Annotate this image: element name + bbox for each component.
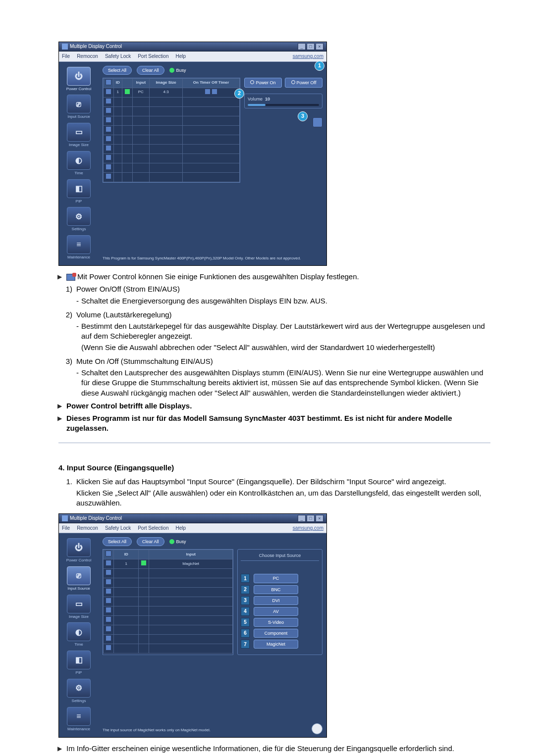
marker-3: 3 — [298, 111, 308, 121]
menu-bar: File Remocon Safety Lock Port Selection … — [59, 523, 326, 534]
table-row — [104, 116, 240, 125]
sidebar-item-power-control[interactable]: ⏻Power Control — [63, 538, 94, 563]
maximize-button[interactable]: □ — [307, 43, 315, 50]
checkbox-header[interactable] — [106, 79, 111, 85]
select-all-button[interactable]: Select All — [103, 66, 132, 75]
table-row — [104, 635, 233, 644]
table-row — [104, 144, 240, 153]
maximize-button[interactable]: □ — [307, 515, 315, 522]
source-svideo[interactable]: 5S-Video — [241, 618, 319, 627]
samsung-link[interactable]: samsung.com — [293, 53, 323, 60]
table-row — [104, 616, 233, 625]
table-row — [104, 135, 240, 144]
table-row — [104, 106, 240, 116]
sidebar-item-settings[interactable]: ⚙Settings — [63, 207, 94, 232]
source-pc[interactable]: 1PC — [241, 574, 319, 583]
table-row[interactable]: 1 MagicNet — [104, 559, 233, 569]
control-panel: Power On Power Off Volume 10 1 2 3 — [244, 78, 322, 183]
mute-button[interactable] — [313, 117, 322, 127]
sidebar-item-pip[interactable]: ◧PIP — [63, 651, 94, 676]
window-title: Multiple Display Control — [70, 515, 122, 522]
sidebar-item-image-size[interactable]: ▭Image Size — [63, 595, 94, 620]
sidebar-item-pip[interactable]: ◧PIP — [63, 179, 94, 204]
volume-slider[interactable] — [248, 104, 319, 106]
display-grid: ID Input Image Size On Timer Off Timer 1 — [103, 78, 240, 183]
menu-help[interactable]: Help — [175, 525, 186, 532]
app-icon — [62, 44, 68, 50]
sidebar-item-power-control[interactable]: ⏻Power Control — [63, 67, 94, 92]
sidebar-item-image-size[interactable]: ▭Image Size — [63, 123, 94, 148]
app-icon — [62, 515, 68, 521]
menu-bar: File Remocon Safety Lock Port Selection … — [59, 51, 326, 62]
busy-indicator: Busy — [169, 539, 186, 545]
clear-all-button[interactable]: Clear All — [137, 66, 164, 75]
source-magicnet[interactable]: 7MagicNet — [241, 640, 319, 649]
table-row — [104, 163, 240, 172]
menu-safety-lock[interactable]: Safety Lock — [105, 525, 131, 532]
main-panel: Select All Clear All Busy ID Input Image — [99, 62, 326, 266]
table-row — [104, 125, 240, 135]
table-row[interactable]: 1 PC 4:3 — [104, 88, 240, 97]
sidebar-item-input-source[interactable]: ⎚Input Source — [63, 95, 94, 120]
volume-control[interactable]: Volume 10 — [244, 94, 322, 108]
menu-port-selection[interactable]: Port Selection — [138, 525, 168, 532]
screenshot-power-control: Multiple Display Control _ □ × File Remo… — [58, 42, 327, 266]
minimize-button[interactable]: _ — [298, 515, 306, 522]
select-all-button[interactable]: Select All — [103, 537, 132, 546]
source-bnc[interactable]: 2BNC — [241, 585, 319, 594]
footer-text: This Program is for Samsung SyncMaster 4… — [103, 253, 322, 262]
table-row — [104, 597, 233, 606]
minimize-button[interactable]: _ — [298, 43, 306, 50]
menu-safety-lock[interactable]: Safety Lock — [105, 53, 131, 60]
marker-1: 1 — [315, 61, 324, 71]
table-row — [104, 644, 233, 654]
sidebar-item-maintenance[interactable]: ≡Maintenance — [63, 707, 94, 732]
window-titlebar: Multiple Display Control _ □ × — [59, 514, 326, 523]
samsung-link[interactable]: samsung.com — [293, 525, 323, 532]
sidebar-item-input-source[interactable]: ⎚Input Source — [63, 566, 94, 592]
table-row — [104, 97, 240, 106]
bullet-intro: ▶Mit Power Control können Sie einige Fun… — [55, 272, 490, 282]
sidebar: ⏻Power Control ⎚Input Source ▭Image Size… — [59, 62, 99, 266]
power-off-button[interactable]: Power Off — [285, 78, 322, 88]
checkbox-header[interactable] — [106, 551, 111, 556]
menu-file[interactable]: File — [62, 525, 70, 532]
row-checkbox[interactable] — [106, 89, 111, 95]
row-checkbox[interactable] — [106, 560, 111, 566]
divider — [58, 443, 490, 443]
sidebar-item-maintenance[interactable]: ≡Maintenance — [63, 235, 94, 260]
menu-file[interactable]: File — [62, 53, 70, 60]
close-button[interactable]: × — [316, 43, 323, 50]
section-heading: 4. Input Source (Eingangsquelle) — [58, 463, 490, 473]
main-panel: Select All Clear All Busy ID Input — [99, 533, 326, 737]
off-timer-cell — [212, 89, 217, 95]
sidebar-item-time[interactable]: ◐Time — [63, 151, 94, 176]
source-dvi[interactable]: 3DVI — [241, 596, 319, 605]
power-on-button[interactable]: Power On — [244, 78, 282, 88]
document-page: Multiple Display Control _ □ × File Remo… — [0, 0, 535, 756]
close-button[interactable]: × — [316, 515, 323, 522]
table-row — [104, 625, 233, 635]
panel-title: Choose Input Source — [241, 553, 319, 561]
sidebar-item-time[interactable]: ◐Time — [63, 622, 94, 648]
list-block-2: 1.Klicken Sie auf das Hauptsymbol "Input… — [58, 477, 490, 508]
screenshot-input-source: Multiple Display Control _ □ × File Remo… — [58, 513, 327, 738]
table-row — [104, 153, 240, 163]
sidebar-item-settings[interactable]: ⚙Settings — [63, 679, 94, 704]
status-icon — [124, 89, 130, 95]
window-titlebar: Multiple Display Control _ □ × — [59, 42, 326, 51]
table-row — [104, 606, 233, 616]
table-row — [104, 172, 240, 182]
info-icon — [312, 723, 322, 734]
bullet-bold-1: ▶Power Control betrifft alle Displays. — [55, 401, 490, 411]
menu-remocon[interactable]: Remocon — [77, 525, 98, 532]
table-row — [104, 588, 233, 597]
menu-help[interactable]: Help — [175, 53, 186, 60]
menu-port-selection[interactable]: Port Selection — [138, 53, 168, 60]
footer-text: The input source of MagicNet works only … — [103, 725, 312, 734]
source-component[interactable]: 6Component — [241, 629, 319, 638]
source-av[interactable]: 4AV — [241, 607, 319, 616]
bullet-intro-2: ▶Im Info-Gitter erscheinen einige wesent… — [55, 744, 490, 754]
clear-all-button[interactable]: Clear All — [137, 537, 164, 546]
menu-remocon[interactable]: Remocon — [77, 53, 98, 60]
